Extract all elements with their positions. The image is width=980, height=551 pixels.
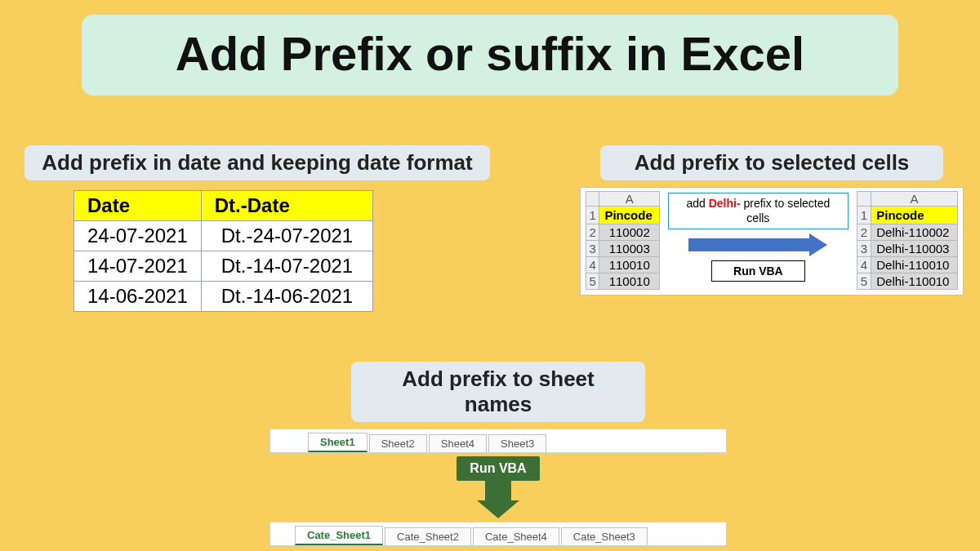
section-date-prefix: Add prefix in date and keeping date form…: [24, 145, 490, 312]
sheet-tab[interactable]: Cate_Sheet1: [295, 526, 383, 545]
column-header-a: A: [599, 192, 660, 207]
sheet-tab[interactable]: Cate_Sheet4: [473, 527, 559, 545]
prefix-note: add Delhi- prefix to selected cells: [668, 193, 849, 229]
section-label-date-prefix: Add prefix in date and keeping date form…: [24, 145, 490, 180]
cell-dtdate: Dt.-24-07-2021: [201, 221, 372, 251]
row-header: 3: [586, 241, 599, 257]
row-header: 5: [857, 273, 871, 290]
pincode-header: Pincode: [599, 207, 660, 224]
cell-date: 14-07-2021: [74, 251, 202, 282]
section-label-sheet-names: Add prefix to sheet names: [351, 362, 645, 422]
row-header: 1: [586, 207, 599, 224]
sheet-tab[interactable]: Sheet2: [369, 434, 427, 452]
table-row: 14-06-2021 Dt.-14-06-2021: [74, 282, 373, 312]
page-title: Add Prefix or suffix in Excel: [82, 15, 898, 96]
corner-cell: [586, 192, 599, 207]
corner-cell: [857, 192, 871, 207]
section-sheet-names: Add prefix to sheet names Sheet1 Sheet2 …: [270, 362, 727, 546]
cell-pincode: 110010: [599, 273, 660, 290]
cell-dtdate: Dt.-14-07-2021: [201, 251, 372, 282]
sheet-tab[interactable]: Sheet3: [488, 434, 546, 452]
column-header-a: A: [871, 192, 958, 207]
mini-grid-after: A 1Pincode 2Delhi-110002 3Delhi-110003 4…: [857, 191, 958, 290]
note-text-after: prefix to selected cells: [741, 197, 831, 224]
section-selected-cells: Add prefix to selected cells A 1Pincode …: [580, 145, 964, 295]
sheet-tabs-after: Cate_Sheet1 Cate_Sheet2 Cate_Sheet4 Cate…: [270, 522, 727, 546]
row-header: 2: [857, 224, 871, 241]
date-table: Date Dt.-Date 24-07-2021 Dt.-24-07-2021 …: [74, 190, 373, 312]
cell-pincode: 110002: [599, 224, 660, 241]
cell-pincode: 110003: [599, 241, 660, 257]
sheet-tab[interactable]: Sheet4: [429, 434, 487, 452]
section-label-selected-cells: Add prefix to selected cells: [600, 145, 943, 180]
note-text-prefix: Delhi-: [709, 197, 741, 210]
row-header: 4: [586, 257, 599, 273]
run-vba-label: Run VBA: [711, 260, 805, 282]
cell-pincode: Delhi-110010: [871, 273, 958, 290]
sheet-tab[interactable]: Sheet1: [308, 433, 368, 452]
sheet-tab[interactable]: Cate_Sheet3: [561, 527, 648, 545]
sheet-tabs-before: Sheet1 Sheet2 Sheet4 Sheet3: [270, 429, 727, 453]
cell-pincode: Delhi-110010: [871, 257, 958, 273]
row-header: 1: [857, 207, 871, 224]
pincode-header: Pincode: [871, 207, 958, 224]
mini-grid-before: A 1Pincode 2110002 3110003 4110010 51100…: [586, 191, 660, 290]
table-row: 24-07-2021 Dt.-24-07-2021: [74, 221, 373, 251]
date-table-header-dtdate: Dt.-Date: [201, 191, 372, 221]
row-header: 4: [857, 257, 871, 273]
date-table-header-date: Date: [74, 191, 202, 221]
cell-pincode: Delhi-110002: [871, 224, 958, 241]
cell-pincode: Delhi-110003: [871, 241, 958, 257]
sheet-tab[interactable]: Cate_Sheet2: [385, 527, 471, 545]
arrow-right-icon: [688, 234, 827, 256]
run-vba-label: Run VBA: [457, 456, 539, 481]
cell-pincode: 110010: [599, 257, 660, 273]
note-text-before: add: [686, 197, 708, 210]
table-row: 14-07-2021 Dt.-14-07-2021: [74, 251, 373, 282]
cell-dtdate: Dt.-14-06-2021: [201, 282, 372, 312]
row-header: 3: [857, 241, 871, 257]
cell-date: 24-07-2021: [74, 221, 202, 251]
arrow-down-icon: Run VBA: [270, 456, 727, 518]
row-header: 2: [586, 224, 599, 241]
row-header: 5: [586, 273, 599, 290]
cell-date: 14-06-2021: [74, 282, 202, 312]
